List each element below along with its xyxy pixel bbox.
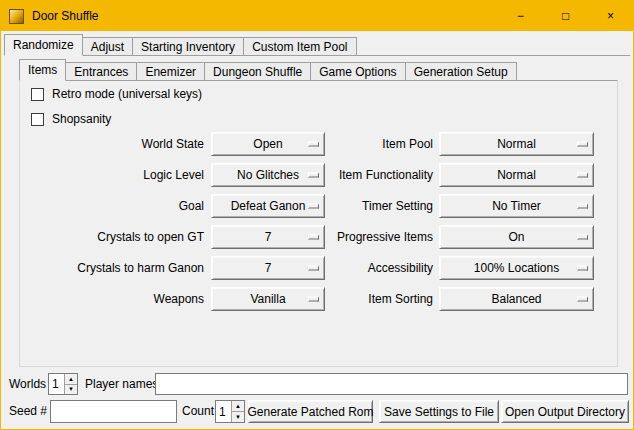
count-label: Count <box>182 400 214 423</box>
player-names-label: Player names <box>85 373 158 395</box>
checkbox-shopsanity-label: Shopsanity <box>52 112 111 126</box>
dropdown-value: 100% Locations <box>474 261 559 275</box>
weapons-dropdown[interactable]: Vanilla <box>211 287 325 311</box>
crystals-ganon-label: Crystals to harm Ganon <box>29 256 204 280</box>
item-pool-label: Item Pool <box>319 132 433 156</box>
item-pool-dropdown[interactable]: Normal <box>439 132 594 156</box>
dropdown-indicator-icon <box>577 235 588 240</box>
count-spin-down-button[interactable]: ▼ <box>231 411 244 422</box>
tab-adjust[interactable]: Adjust <box>82 37 133 56</box>
goal-dropdown[interactable]: Defeat Ganon <box>211 194 325 218</box>
crystals-gt-dropdown[interactable]: 7 <box>211 225 325 249</box>
item-functionality-label: Item Functionality <box>319 163 433 187</box>
dropdown-value: Normal <box>497 137 536 151</box>
dropdown-indicator-icon <box>308 297 319 302</box>
tab-items[interactable]: Items <box>19 59 66 81</box>
timer-setting-label: Timer Setting <box>319 194 433 218</box>
count-spin-arrows: ▲ ▼ <box>231 401 244 422</box>
worlds-input[interactable] <box>50 375 65 393</box>
tab-custom-item-pool[interactable]: Custom Item Pool <box>243 37 356 56</box>
progressive-items-label: Progressive Items <box>319 225 433 249</box>
dropdown-value: Normal <box>497 168 536 182</box>
logic-level-label: Logic Level <box>29 163 204 187</box>
dropdown-value: 7 <box>265 261 272 275</box>
worlds-label: Worlds <box>9 373 46 395</box>
count-spin-up-button[interactable]: ▲ <box>231 401 244 411</box>
seed-input[interactable] <box>50 400 177 423</box>
tab-entrances[interactable]: Entrances <box>65 62 137 81</box>
tab-dungeon-shuffle[interactable]: Dungeon Shuffle <box>204 62 311 81</box>
goal-label: Goal <box>29 194 204 218</box>
progressive-items-dropdown[interactable]: On <box>439 225 594 249</box>
dropdown-value: On <box>508 230 524 244</box>
dropdown-value: No Glitches <box>237 168 299 182</box>
dropdown-value: Open <box>253 137 282 151</box>
generate-patched-rom-button[interactable]: Generate Patched Rom <box>248 400 373 423</box>
dropdown-value: Balanced <box>491 292 541 306</box>
window-title: Door Shuffle <box>32 9 99 23</box>
dropdown-indicator-icon <box>577 266 588 271</box>
crystals-gt-label: Crystals to open GT <box>29 225 204 249</box>
checkbox-icon <box>31 113 44 126</box>
titlebar: Door Shuffle − □ × <box>1 1 633 31</box>
dropdown-value: No Timer <box>492 199 541 213</box>
minimize-button[interactable]: − <box>498 1 543 31</box>
dropdown-indicator-icon <box>577 297 588 302</box>
world-state-dropdown[interactable]: Open <box>211 132 325 156</box>
checkbox-shopsanity[interactable]: Shopsanity <box>31 111 111 127</box>
worlds-spin-arrows: ▲ ▼ <box>64 374 77 394</box>
dropdown-indicator-icon <box>308 173 319 178</box>
checkbox-icon <box>31 88 44 101</box>
dropdown-indicator-icon <box>308 204 319 209</box>
app-icon <box>9 9 24 24</box>
save-settings-button[interactable]: Save Settings to File <box>379 400 499 423</box>
open-output-directory-button[interactable]: Open Output Directory <box>501 400 629 423</box>
tab-starting-inventory[interactable]: Starting Inventory <box>132 37 244 56</box>
tab-generation-setup[interactable]: Generation Setup <box>405 62 517 81</box>
dropdown-indicator-icon <box>308 235 319 240</box>
inner-tab-bar: Items Entrances Enemizer Dungeon Shuffle… <box>19 59 516 81</box>
close-button[interactable]: × <box>588 1 633 31</box>
worlds-spin-down-button[interactable]: ▼ <box>64 384 77 395</box>
accessibility-label: Accessibility <box>319 256 433 280</box>
crystals-ganon-dropdown[interactable]: 7 <box>211 256 325 280</box>
tab-game-options[interactable]: Game Options <box>310 62 405 81</box>
count-input[interactable] <box>217 402 232 421</box>
dropdown-value: Vanilla <box>250 292 285 306</box>
tab-enemizer[interactable]: Enemizer <box>136 62 205 81</box>
checkbox-retro-mode-label: Retro mode (universal keys) <box>52 87 202 101</box>
count-spinner[interactable]: ▲ ▼ <box>215 400 245 423</box>
dropdown-indicator-icon <box>577 173 588 178</box>
window: Door Shuffle − □ × Randomize Adjust Star… <box>0 0 634 430</box>
item-functionality-dropdown[interactable]: Normal <box>439 163 594 187</box>
accessibility-dropdown[interactable]: 100% Locations <box>439 256 594 280</box>
dropdown-indicator-icon <box>577 204 588 209</box>
maximize-button[interactable]: □ <box>543 1 588 31</box>
item-sorting-dropdown[interactable]: Balanced <box>439 287 594 311</box>
world-state-label: World State <box>29 132 204 156</box>
caption-buttons: − □ × <box>498 1 633 31</box>
item-sorting-label: Item Sorting <box>319 287 433 311</box>
logic-level-dropdown[interactable]: No Glitches <box>211 163 325 187</box>
weapons-label: Weapons <box>29 287 204 311</box>
dropdown-indicator-icon <box>308 142 319 147</box>
dropdown-value: 7 <box>265 230 272 244</box>
dropdown-indicator-icon <box>308 266 319 271</box>
worlds-spinner[interactable]: ▲ ▼ <box>48 373 78 395</box>
seed-label: Seed # <box>9 400 47 423</box>
outer-tab-bar: Randomize Adjust Starting Inventory Cust… <box>4 34 356 56</box>
checkbox-retro-mode[interactable]: Retro mode (universal keys) <box>31 86 202 102</box>
timer-setting-dropdown[interactable]: No Timer <box>439 194 594 218</box>
worlds-spin-up-button[interactable]: ▲ <box>64 374 77 384</box>
dropdown-indicator-icon <box>577 142 588 147</box>
player-names-input[interactable] <box>155 373 628 395</box>
dropdown-value: Defeat Ganon <box>231 199 306 213</box>
tab-randomize[interactable]: Randomize <box>4 34 83 56</box>
